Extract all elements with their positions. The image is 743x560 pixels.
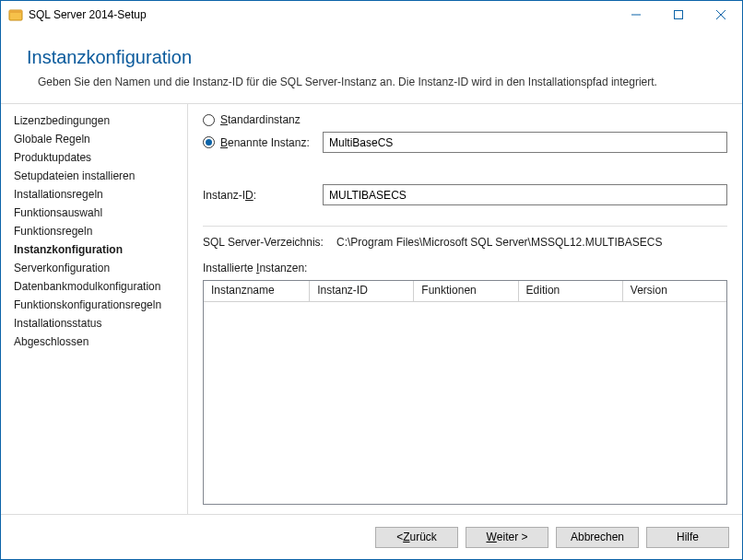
directory-row: SQL Server-Verzeichnis: C:\Program Files… [203, 236, 727, 249]
maximize-button[interactable] [657, 1, 700, 29]
default-instance-row: Standardinstanz [203, 113, 727, 126]
grid-col-header[interactable]: Funktionen [414, 281, 518, 302]
app-icon [8, 7, 23, 22]
named-instance-input[interactable] [323, 132, 727, 153]
instance-id-label: Instanz-ID: [203, 189, 323, 202]
named-instance-label: Benannte Instanz: [220, 136, 310, 149]
grid-col-header[interactable]: Instanzname [204, 281, 310, 302]
svg-rect-3 [675, 11, 683, 19]
back-button[interactable]: < Zurück [375, 527, 458, 548]
named-instance-row: Benannte Instanz: [203, 132, 727, 153]
directory-label: SQL Server-Verzeichnis: [203, 236, 336, 249]
default-instance-label: Standardinstanz [220, 113, 301, 126]
installed-instances-label: Installierte Instanzen: [203, 262, 727, 274]
window-title: SQL Server 2014-Setup [29, 8, 615, 21]
sidebar-item[interactable]: Datenbankmodulkonfiguration [1, 277, 187, 296]
grid-body [204, 302, 726, 504]
default-instance-radio[interactable] [203, 114, 215, 126]
main-panel: Standardinstanz Benannte Instanz: Instan… [188, 104, 742, 514]
sidebar-item[interactable]: Globale Regeln [1, 130, 187, 148]
sidebar-item[interactable]: Installationsstatus [1, 314, 187, 332]
minimize-button[interactable] [615, 1, 657, 29]
next-button[interactable]: Weiter > [466, 527, 548, 548]
grid-col-header[interactable]: Edition [519, 281, 623, 302]
instance-id-row: Instanz-ID: [203, 184, 727, 205]
sidebar-item[interactable]: Installationsregeln [1, 185, 187, 204]
grid-col-header[interactable]: Version [623, 281, 726, 302]
svg-rect-1 [9, 10, 22, 13]
titlebar: SQL Server 2014-Setup [1, 1, 742, 29]
sidebar-item[interactable]: Funktionsauswahl [1, 204, 187, 222]
help-button[interactable]: Hilfe [646, 527, 729, 548]
steps-sidebar: Lizenzbedingungen Globale Regeln Produkt… [1, 104, 188, 514]
sidebar-item[interactable]: Produktupdates [1, 148, 187, 167]
close-button[interactable] [700, 1, 742, 29]
cancel-button[interactable]: Abbrechen [556, 527, 639, 548]
installed-instances-grid[interactable]: Instanzname Instanz-ID Funktionen Editio… [203, 280, 727, 505]
sidebar-item[interactable]: Setupdateien installieren [1, 167, 187, 185]
sidebar-item[interactable]: Instanzkonfiguration [1, 240, 187, 259]
sidebar-item[interactable]: Lizenzbedingungen [1, 111, 187, 130]
setup-window: SQL Server 2014-Setup Instanzkonfigurati… [0, 0, 743, 560]
separator [203, 226, 727, 227]
window-controls [615, 1, 742, 29]
footer: < Zurück Weiter > Abbrechen Hilfe [1, 515, 742, 559]
page-subtitle: Geben Sie den Namen und die Instanz-ID f… [38, 76, 692, 88]
grid-header: Instanzname Instanz-ID Funktionen Editio… [204, 281, 726, 302]
sidebar-item[interactable]: Abgeschlossen [1, 332, 187, 351]
sidebar-item[interactable]: Funktionsregeln [1, 222, 187, 240]
sidebar-item[interactable]: Serverkonfiguration [1, 259, 187, 277]
page-title: Instanzkonfiguration [27, 47, 716, 68]
grid-col-header[interactable]: Instanz-ID [310, 281, 414, 302]
page-header: Instanzkonfiguration Geben Sie den Namen… [1, 29, 742, 103]
sidebar-item[interactable]: Funktionskonfigurationsregeln [1, 296, 187, 314]
body: Lizenzbedingungen Globale Regeln Produkt… [1, 103, 742, 515]
named-instance-radio[interactable] [203, 136, 215, 148]
instance-id-input[interactable] [323, 184, 727, 205]
directory-value: C:\Program Files\Microsoft SQL Server\MS… [336, 236, 662, 249]
